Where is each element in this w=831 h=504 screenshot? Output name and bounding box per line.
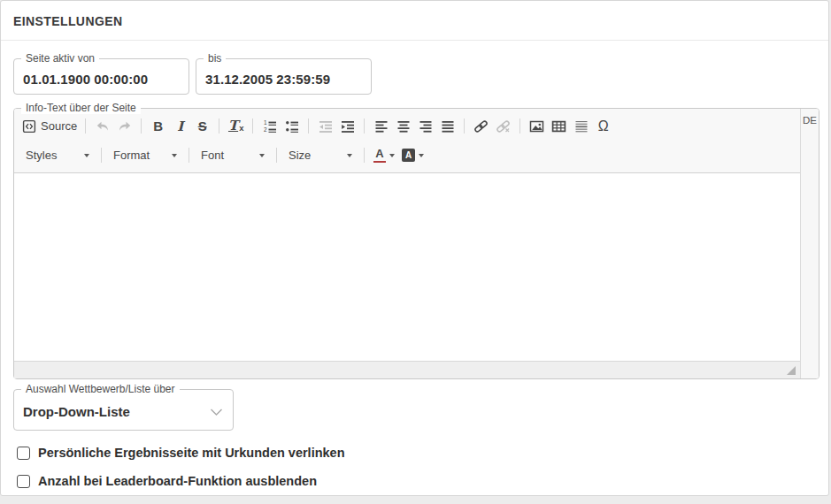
toolbar-separator [189,148,189,163]
info-text-fieldset: Info-Text über der Seite Source [13,108,819,379]
selection-value: Drop-Down-Liste [23,404,130,419]
editor-statusbar [14,361,800,378]
language-tab-de[interactable]: DE [800,109,819,378]
chevron-down-icon [84,154,89,157]
link-icon [473,119,489,134]
active-to-label: bis [204,52,226,65]
strikethrough-icon: S [198,118,207,134]
toolbar-separator [141,118,142,134]
link-button[interactable] [470,115,492,137]
chevron-down-icon [389,154,395,157]
format-combo[interactable]: Format [107,144,183,166]
resize-handle-icon[interactable] [787,366,796,375]
align-center-icon [396,119,411,134]
editor-content[interactable] [14,173,800,361]
toolbar-separator [364,118,365,134]
undo-button[interactable] [91,115,113,137]
image-icon [529,119,544,134]
toolbar-separator [308,118,309,134]
numbered-list-button[interactable]: 12 [258,115,281,137]
italic-icon: I [177,118,183,134]
strikethrough-button[interactable]: S [191,115,213,137]
table-icon [551,119,566,134]
toolbar-separator [276,148,277,163]
omega-icon: Ω [598,119,609,134]
urkunden-checkbox-label[interactable]: Persönliche Ergebnisseite mit Urkunden v… [38,446,345,460]
increase-indent-button[interactable] [336,115,358,137]
chevron-down-icon [259,154,265,157]
chevron-down-icon [172,154,177,157]
decrease-indent-button[interactable] [314,115,336,137]
bulleted-list-icon [285,119,299,134]
align-left-icon [374,119,389,134]
svg-text:1: 1 [264,119,267,126]
redo-icon [118,119,132,134]
numbered-list-icon: 12 [263,119,277,134]
richtext-editor: Source B I S [14,109,800,378]
svg-text:2: 2 [264,126,267,133]
leaderboard-checkbox[interactable] [17,475,30,488]
chevron-down-icon [419,154,424,157]
undo-icon [96,119,110,134]
styles-combo[interactable]: Styles [19,144,96,166]
image-button[interactable] [526,115,548,137]
date-range-row: Seite aktiv von bis [13,58,816,95]
justify-icon [441,119,455,134]
bulleted-list-button[interactable] [281,115,303,137]
horizontal-rule-button[interactable] [570,115,592,137]
redo-button[interactable] [113,115,135,137]
leaderboard-checkbox-label[interactable]: Anzahl bei Leaderboard-Funktion ausblend… [38,474,317,488]
bold-icon: B [153,118,163,134]
page-title: EINSTELLUNGEN [13,14,816,28]
unlink-icon [496,119,511,134]
toolbar-separator [85,118,86,134]
background-color-icon: A [402,149,415,162]
font-combo[interactable]: Font [195,144,271,166]
format-combo-label: Format [113,149,150,162]
horizontal-rule-icon [574,119,589,134]
card-header: EINSTELLUNGEN [1,1,828,41]
bold-button[interactable]: B [147,115,169,137]
align-center-button[interactable] [392,115,414,137]
info-text-label: Info-Text über der Seite [21,102,141,114]
checkbox-row: Persönliche Ergebnisseite mit Urkunden v… [17,446,816,460]
selection-fieldset: Auswahl Wettbewerb/Liste über Drop-Down-… [13,389,234,431]
unlink-button[interactable] [492,115,514,137]
toolbar-separator [464,118,465,134]
checkbox-row: Anzahl bei Leaderboard-Funktion ausblend… [17,474,816,488]
toolbar-separator [219,118,219,134]
align-left-button[interactable] [370,115,392,137]
special-character-button[interactable]: Ω [592,115,614,137]
size-combo-label: Size [289,149,311,162]
urkunden-checkbox[interactable] [17,447,30,460]
editor-wrapper: Source B I S [14,109,819,378]
selection-label: Auswahl Wettbewerb/Liste über [21,383,180,395]
toolbar-separator [364,148,365,163]
remove-format-icon: Tx [228,119,243,133]
size-combo[interactable]: Size [282,144,358,166]
selection-dropdown[interactable]: Drop-Down-Liste [14,390,233,430]
text-color-button[interactable]: A [370,144,398,166]
settings-card: EINSTELLUNGEN Seite aktiv von bis Info-T… [0,0,829,496]
toolbar-separator [252,118,253,134]
active-from-field: Seite aktiv von [13,58,189,95]
decrease-indent-icon [319,119,333,134]
align-right-icon [419,119,433,134]
active-from-label: Seite aktiv von [21,52,99,65]
increase-indent-icon [341,119,355,134]
text-color-icon: A [373,148,386,163]
toolbar-row-2: Styles Format Font [19,141,796,170]
align-right-button[interactable] [414,115,436,137]
styles-combo-label: Styles [26,149,57,162]
source-icon [22,119,36,134]
source-button[interactable]: Source [19,115,80,137]
remove-format-button[interactable]: Tx [225,115,247,137]
table-button[interactable] [548,115,570,137]
justify-button[interactable] [436,115,458,137]
card-body: Seite aktiv von bis Info-Text über der S… [1,41,828,488]
italic-button[interactable]: I [169,115,191,137]
toolbar-separator [101,148,102,163]
background-color-button[interactable]: A [398,144,427,166]
active-to-field: bis [196,58,372,95]
chevron-down-icon [347,154,352,157]
